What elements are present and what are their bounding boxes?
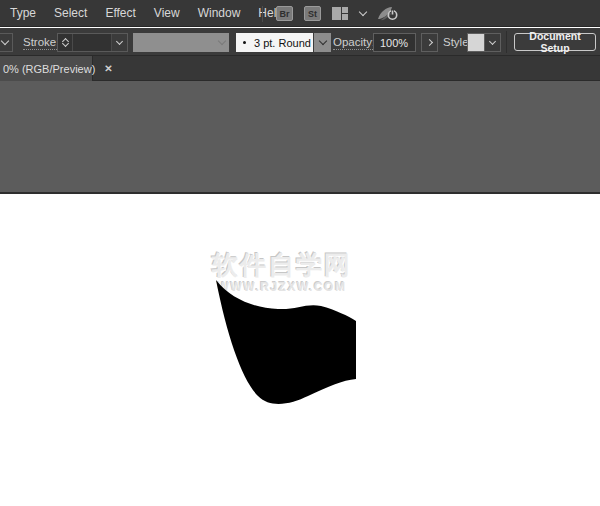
menu-bar: Type Select Effect View Window Help Br S… [0,0,600,27]
menu-items: Type Select Effect View Window Help [0,6,283,20]
opacity-label[interactable]: Opacity: [333,36,375,50]
workspace-chevron-down-icon[interactable] [359,8,367,16]
pasteboard-area[interactable] [0,81,600,192]
document-tab[interactable]: 0% (RGB/Preview) ✕ [0,56,93,81]
menu-separator [262,6,263,22]
style-swatch[interactable] [467,33,485,52]
menu-item-effect[interactable]: Effect [105,6,135,20]
stroke-weight-combo[interactable] [57,33,128,52]
menu-item-view[interactable]: View [154,6,180,20]
chevron-down-icon [489,37,496,44]
stroke-label[interactable]: Stroke: [23,36,59,50]
chevron-down-icon [1,37,9,45]
watermark-text-cn: 软件自学网 [205,250,359,280]
stroke-weight-dropdown[interactable] [111,34,127,51]
control-bar: Stroke: 3 pt. Round Opacity: 100% Style:… [0,28,600,56]
workspace-icon-left-pane [332,7,341,20]
brush-preview-dot-icon [243,41,246,44]
opacity-input[interactable]: 100% [373,33,416,52]
chevron-down-icon [318,37,326,45]
brush-definition-chevron[interactable] [314,33,331,52]
chevron-down-icon [218,37,226,45]
menu-item-window[interactable]: Window [198,6,241,20]
bridge-button[interactable]: Br [276,6,293,21]
variable-width-profile-dropdown [133,33,229,52]
app-bar-tools: Br St [262,0,399,27]
menu-item-type[interactable]: Type [10,6,36,20]
workspace-icon-right-panes [342,7,348,20]
brush-definition-value: 3 pt. Round [254,37,311,49]
clipped-dropdown[interactable] [0,33,13,52]
watermark: 软件自学网 WWW.RJZXW.COM [205,250,359,294]
style-dropdown-chevron[interactable] [485,33,501,52]
opacity-more-button[interactable] [421,33,438,52]
controlbar-separator [506,31,507,53]
opacity-value: 100% [380,37,408,49]
chevron-down-icon [116,37,123,44]
watermark-text-url: WWW.RJZXW.COM [205,281,359,294]
stock-button[interactable]: St [304,6,321,21]
menu-item-select[interactable]: Select [54,6,87,20]
document-setup-button[interactable]: Document Setup [514,33,596,51]
stroke-weight-field[interactable] [73,34,111,51]
artboard[interactable] [0,194,600,506]
tab-close-icon[interactable]: ✕ [104,64,112,74]
stepper-down-icon[interactable] [61,40,68,47]
document-tab-title: 0% (RGB/Preview) [3,63,95,75]
gpu-performance-rocket-icon[interactable] [377,5,399,22]
brush-definition-dropdown[interactable]: 3 pt. Round [236,33,313,52]
stroke-weight-stepper[interactable] [58,34,73,51]
workspace-switcher-icon[interactable] [332,7,349,20]
document-tab-bar: 0% (RGB/Preview) ✕ [0,56,600,81]
chevron-right-icon [426,39,433,46]
